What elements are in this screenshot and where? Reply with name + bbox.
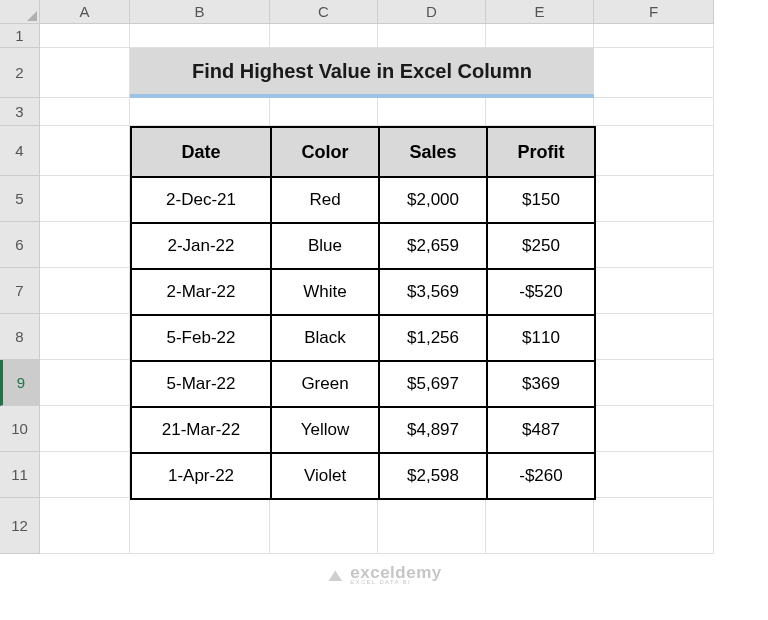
row-header-9[interactable]: 9	[0, 360, 40, 406]
table-header-date[interactable]: Date	[131, 127, 271, 177]
cell-sales[interactable]: $4,897	[379, 407, 487, 453]
column-header-E[interactable]: E	[486, 0, 594, 24]
cell[interactable]	[378, 98, 486, 126]
cell-sales[interactable]: $2,000	[379, 177, 487, 223]
cell-date[interactable]: 2-Dec-21	[131, 177, 271, 223]
watermark-tagline: EXCEL·DATA·BI	[350, 579, 441, 585]
cell-profit[interactable]: $150	[487, 177, 595, 223]
cell[interactable]	[40, 360, 130, 406]
cell[interactable]	[594, 176, 714, 222]
cell-profit[interactable]: -$520	[487, 269, 595, 315]
cell[interactable]	[594, 268, 714, 314]
row-header-3[interactable]: 3	[0, 98, 40, 126]
row-header-4[interactable]: 4	[0, 126, 40, 176]
cell[interactable]	[486, 98, 594, 126]
cell[interactable]	[40, 406, 130, 452]
row-headers: 123456789101112	[0, 24, 40, 554]
cell[interactable]	[486, 498, 594, 554]
row-header-8[interactable]: 8	[0, 314, 40, 360]
cell-color[interactable]: Green	[271, 361, 379, 407]
cell[interactable]	[594, 314, 714, 360]
cell[interactable]	[486, 24, 594, 48]
cell[interactable]	[40, 498, 130, 554]
table-row: 5-Feb-22Black$1,256$110	[131, 315, 595, 361]
exceldemy-logo-icon	[326, 566, 344, 584]
row-header-5[interactable]: 5	[0, 176, 40, 222]
cell-sales[interactable]: $3,569	[379, 269, 487, 315]
cell-profit[interactable]: $369	[487, 361, 595, 407]
cell-profit[interactable]: $250	[487, 223, 595, 269]
row-header-11[interactable]: 11	[0, 452, 40, 498]
cell[interactable]	[40, 126, 130, 176]
watermark: exceldemy EXCEL·DATA·BI	[326, 564, 441, 585]
data-table: DateColorSalesProfit2-Dec-21Red$2,000$15…	[130, 126, 596, 500]
row-header-12[interactable]: 12	[0, 498, 40, 554]
cell-color[interactable]: Blue	[271, 223, 379, 269]
cell[interactable]	[130, 98, 270, 126]
cell[interactable]	[594, 452, 714, 498]
table-row: 5-Mar-22Green$5,697$369	[131, 361, 595, 407]
cell[interactable]	[130, 24, 270, 48]
cell-color[interactable]: Violet	[271, 453, 379, 499]
row-header-6[interactable]: 6	[0, 222, 40, 268]
table-header-color[interactable]: Color	[271, 127, 379, 177]
title-text: Find Highest Value in Excel Column	[192, 60, 532, 83]
table-row: 2-Dec-21Red$2,000$150	[131, 177, 595, 223]
cell[interactable]	[40, 176, 130, 222]
cell-sales[interactable]: $2,659	[379, 223, 487, 269]
cell[interactable]	[270, 24, 378, 48]
column-header-C[interactable]: C	[270, 0, 378, 24]
cell[interactable]	[40, 98, 130, 126]
row-header-7[interactable]: 7	[0, 268, 40, 314]
cell-sales[interactable]: $2,598	[379, 453, 487, 499]
cell[interactable]	[40, 222, 130, 268]
cell[interactable]	[40, 452, 130, 498]
cell-date[interactable]: 21-Mar-22	[131, 407, 271, 453]
cell[interactable]	[130, 498, 270, 554]
title-cell: Find Highest Value in Excel Column	[130, 48, 594, 98]
cell-sales[interactable]: $1,256	[379, 315, 487, 361]
cell[interactable]	[594, 498, 714, 554]
cell[interactable]	[40, 24, 130, 48]
column-header-D[interactable]: D	[378, 0, 486, 24]
spreadsheet-grid: ABCDEF 123456789101112 Find Highest Valu…	[0, 0, 768, 620]
cell-color[interactable]: Yellow	[271, 407, 379, 453]
cell-date[interactable]: 2-Mar-22	[131, 269, 271, 315]
column-header-B[interactable]: B	[130, 0, 270, 24]
cell[interactable]	[594, 24, 714, 48]
cell-date[interactable]: 5-Mar-22	[131, 361, 271, 407]
row-header-1[interactable]: 1	[0, 24, 40, 48]
cell[interactable]	[594, 360, 714, 406]
cell[interactable]	[594, 406, 714, 452]
row-header-10[interactable]: 10	[0, 406, 40, 452]
cell-date[interactable]: 1-Apr-22	[131, 453, 271, 499]
column-header-A[interactable]: A	[40, 0, 130, 24]
cell[interactable]	[378, 24, 486, 48]
cell[interactable]	[594, 98, 714, 126]
cell-date[interactable]: 5-Feb-22	[131, 315, 271, 361]
cell-sales[interactable]: $5,697	[379, 361, 487, 407]
cell-profit[interactable]: -$260	[487, 453, 595, 499]
cell[interactable]	[270, 98, 378, 126]
cell-color[interactable]: White	[271, 269, 379, 315]
cell-color[interactable]: Red	[271, 177, 379, 223]
cell-color[interactable]: Black	[271, 315, 379, 361]
cell[interactable]	[594, 48, 714, 98]
cell-profit[interactable]: $110	[487, 315, 595, 361]
table-row: 2-Jan-22Blue$2,659$250	[131, 223, 595, 269]
cell[interactable]	[270, 498, 378, 554]
select-all-corner[interactable]	[0, 0, 40, 24]
cell[interactable]	[594, 126, 714, 176]
row-header-2[interactable]: 2	[0, 48, 40, 98]
table-header-profit[interactable]: Profit	[487, 127, 595, 177]
table-header-sales[interactable]: Sales	[379, 127, 487, 177]
cell[interactable]	[40, 314, 130, 360]
cell[interactable]	[40, 268, 130, 314]
cell[interactable]	[40, 48, 130, 98]
cell[interactable]	[378, 498, 486, 554]
column-header-F[interactable]: F	[594, 0, 714, 24]
cell-profit[interactable]: $487	[487, 407, 595, 453]
cell-date[interactable]: 2-Jan-22	[131, 223, 271, 269]
cell[interactable]	[594, 222, 714, 268]
table-row: 1-Apr-22Violet$2,598-$260	[131, 453, 595, 499]
